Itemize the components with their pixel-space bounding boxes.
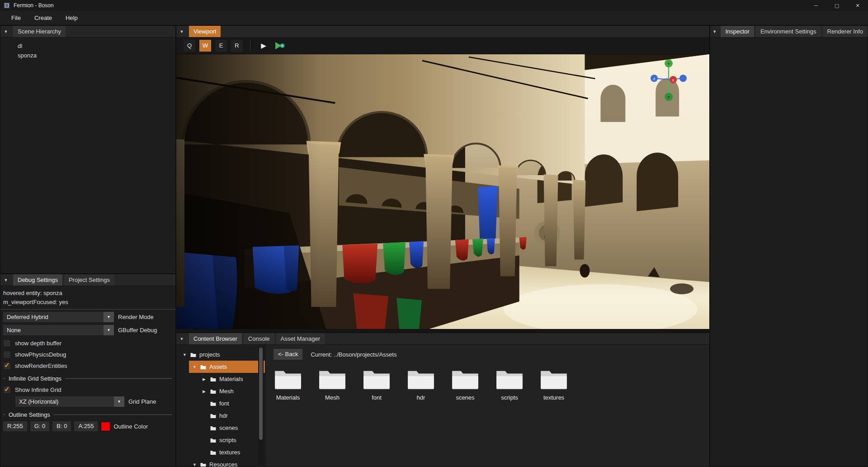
folder-grid: Materials Mesh font hdr bbox=[274, 367, 709, 401]
collapse-arrow-icon[interactable]: ▼ bbox=[710, 26, 719, 37]
folder-icon bbox=[210, 438, 219, 443]
folder-name: textures bbox=[543, 394, 564, 401]
tree-item-textures[interactable]: textures bbox=[176, 446, 265, 458]
orientation-gizmo[interactable]: Y Z X Y bbox=[645, 56, 689, 106]
tree-item-resources[interactable]: ▼ Resources bbox=[176, 458, 265, 467]
debug-settings-panel: ▼ Debug Settings Project Settings hovere… bbox=[0, 274, 176, 467]
checkbox-label: showPhysicsDebug bbox=[15, 351, 66, 358]
outline-red-field[interactable]: R:255 bbox=[3, 421, 27, 431]
checkbox-show-depth-buffer[interactable]: show depth buffer bbox=[0, 338, 175, 348]
outline-green-field[interactable]: G: 0 bbox=[30, 421, 50, 431]
tab-debug-settings[interactable]: Debug Settings bbox=[13, 274, 62, 286]
render-mode-combo[interactable]: Deferred Hybrid ▼ bbox=[3, 312, 114, 322]
folder-font[interactable]: font bbox=[362, 367, 391, 401]
tool-r-button[interactable]: R bbox=[231, 40, 243, 52]
tree-item-materials[interactable]: ▶ Materials bbox=[176, 373, 265, 385]
folder-mesh[interactable]: Mesh bbox=[318, 367, 347, 401]
folder-icon bbox=[190, 352, 199, 357]
viewport-focused-text: m_viewportFocused: yes bbox=[0, 298, 175, 307]
viewport-scene[interactable]: Y Z X Y bbox=[176, 54, 709, 329]
checkbox-show-physics-debug[interactable]: showPhysicsDebug bbox=[0, 349, 175, 359]
chevron-right-icon: ▶ bbox=[203, 377, 210, 381]
outline-color-label: Outline Color bbox=[113, 423, 148, 430]
grid-plane-label: Grid Plane bbox=[128, 398, 156, 405]
folder-hdr[interactable]: hdr bbox=[406, 367, 435, 401]
tool-w-button[interactable]: W bbox=[199, 40, 211, 52]
folder-scripts[interactable]: scripts bbox=[495, 367, 524, 401]
outline-color-row: R:255 G: 0 B: 0 A:255 Outline Color bbox=[0, 421, 175, 431]
application-window: { "window": { "title": "Fermion - Boson"… bbox=[0, 0, 868, 467]
inspector-body bbox=[710, 38, 868, 467]
tool-e-button[interactable]: E bbox=[215, 40, 227, 52]
tree-item-assets[interactable]: ▼ Assets bbox=[176, 361, 265, 373]
checkbox-box: ✓ bbox=[3, 362, 11, 370]
gizmo-z-label: Z bbox=[653, 77, 656, 81]
play-button[interactable]: ▶ bbox=[258, 40, 269, 52]
minimize-button[interactable]: ─ bbox=[806, 0, 826, 11]
outline-alpha-field[interactable]: A:255 bbox=[74, 421, 98, 431]
chevron-down-icon: ▼ bbox=[104, 325, 114, 335]
hierarchy-item-sponza[interactable]: sponza bbox=[0, 51, 175, 60]
folder-materials[interactable]: Materials bbox=[274, 367, 302, 401]
folder-textures[interactable]: textures bbox=[539, 367, 568, 401]
tree-item-scripts[interactable]: scripts bbox=[176, 434, 265, 446]
outline-blue-field[interactable]: B: 0 bbox=[52, 421, 71, 431]
back-button[interactable]: <- Back bbox=[274, 349, 302, 360]
collapse-arrow-icon[interactable]: ▼ bbox=[0, 274, 11, 286]
tab-asset-manager[interactable]: Asset Manager bbox=[276, 333, 325, 344]
render-mode-label: Render Mode bbox=[118, 314, 154, 320]
viewport-toolbar: Q W E R ▶ bbox=[176, 38, 709, 54]
tree-item-label: hdr bbox=[219, 412, 228, 419]
tree-item-projects[interactable]: ▼ projects bbox=[176, 348, 265, 361]
scene-hierarchy-header: ▼ Scene Hierarchy bbox=[0, 26, 175, 38]
tree-item-label: textures bbox=[219, 449, 240, 456]
current-path-text: Current: ../Boson/projects/Assets bbox=[311, 351, 396, 358]
tree-item-mesh[interactable]: ▶ Mesh bbox=[176, 385, 265, 397]
folder-name: hdr bbox=[417, 394, 425, 401]
chevron-down-icon: ▼ bbox=[193, 462, 200, 467]
folder-scenes[interactable]: scenes bbox=[451, 367, 480, 401]
tree-scrollbar-thumb[interactable] bbox=[259, 348, 263, 440]
tree-item-hdr[interactable]: hdr bbox=[176, 410, 265, 422]
gbuffer-debug-combo[interactable]: None ▼ bbox=[3, 325, 114, 335]
menu-create[interactable]: Create bbox=[28, 11, 59, 25]
close-button[interactable]: ✕ bbox=[847, 0, 868, 11]
viewport-panel: ▼ Viewport Q W E R ▶ bbox=[176, 25, 710, 329]
tree-item-scenes[interactable]: scenes bbox=[176, 422, 265, 434]
checkbox-show-render-entities[interactable]: ✓ showRenderEntities bbox=[0, 361, 175, 371]
simulate-button[interactable] bbox=[274, 40, 286, 52]
tab-viewport[interactable]: Viewport bbox=[189, 26, 221, 37]
tool-q-button[interactable]: Q bbox=[184, 40, 195, 52]
chevron-down-icon: ▼ bbox=[104, 312, 114, 322]
app-icon bbox=[4, 2, 10, 9]
collapse-arrow-icon[interactable]: ▼ bbox=[0, 26, 11, 37]
tab-content-browser[interactable]: Content Browser bbox=[189, 333, 242, 344]
collapse-arrow-icon[interactable]: ▼ bbox=[176, 26, 187, 37]
hierarchy-item-dl[interactable]: dl bbox=[0, 41, 175, 51]
maximize-button[interactable]: ▢ bbox=[826, 0, 847, 11]
folder-name: scenes bbox=[456, 394, 474, 401]
grid-plane-combo[interactable]: XZ (Horizontal) ▼ bbox=[15, 396, 124, 407]
viewport-body: Q W E R ▶ bbox=[176, 38, 709, 329]
tree-item-label: Mesh bbox=[219, 388, 234, 395]
gizmo-axis-ball[interactable] bbox=[679, 75, 687, 82]
tab-project-settings[interactable]: Project Settings bbox=[64, 274, 114, 286]
menu-file[interactable]: File bbox=[5, 11, 28, 25]
tab-environment-settings[interactable]: Environment Settings bbox=[756, 26, 821, 37]
tab-console[interactable]: Console bbox=[244, 333, 274, 344]
checkbox-show-infinite-grid[interactable]: ✓ Show Infinite Grid bbox=[0, 385, 175, 395]
tree-item-font[interactable]: font bbox=[176, 397, 265, 410]
collapse-arrow-icon[interactable]: ▼ bbox=[176, 333, 187, 344]
tree-scrollbar[interactable] bbox=[258, 347, 264, 465]
gizmo-y-bottom-label: Y bbox=[667, 95, 670, 100]
debug-panel-header: ▼ Debug Settings Project Settings bbox=[0, 274, 175, 286]
scene-hierarchy-panel: ▼ Scene Hierarchy dl sponza bbox=[0, 25, 176, 274]
menu-help[interactable]: Help bbox=[59, 11, 85, 25]
tab-inspector[interactable]: Inspector bbox=[721, 26, 754, 37]
checkbox-label: show depth buffer bbox=[15, 340, 61, 347]
render-mode-row: Deferred Hybrid ▼ Render Mode bbox=[0, 312, 175, 322]
separator bbox=[0, 309, 175, 310]
outline-color-swatch[interactable] bbox=[101, 422, 110, 431]
check-icon: ✓ bbox=[4, 361, 10, 369]
tab-renderer-info[interactable]: Renderer Info bbox=[823, 26, 868, 37]
